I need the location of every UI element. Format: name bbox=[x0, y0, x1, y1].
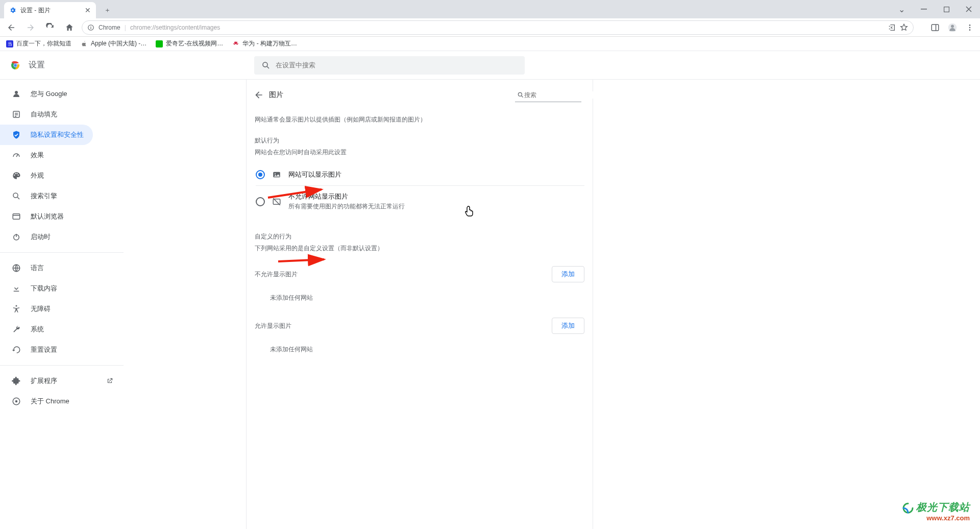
side-panel-icon[interactable] bbox=[929, 21, 941, 34]
reload-button[interactable] bbox=[43, 20, 57, 35]
menu-icon[interactable] bbox=[964, 21, 976, 34]
svg-point-33 bbox=[518, 92, 522, 96]
svg-point-32 bbox=[15, 400, 18, 403]
block-list-empty: 未添加任何网站 bbox=[255, 288, 584, 311]
gear-icon bbox=[9, 7, 16, 14]
radio-unselected-icon[interactable] bbox=[256, 197, 265, 206]
sidebar-item-autofill[interactable]: 自动填充 bbox=[0, 104, 93, 125]
sidebar-item-about[interactable]: 关于 Chrome bbox=[0, 391, 93, 412]
svg-rect-25 bbox=[13, 214, 20, 220]
bookmark-item[interactable]: 华为 - 构建万物互… bbox=[232, 39, 297, 48]
apple-icon bbox=[81, 40, 88, 47]
power-icon bbox=[11, 232, 21, 242]
search-icon bbox=[517, 91, 524, 99]
block-list-label: 不允许显示图片 bbox=[255, 270, 298, 279]
open-external-icon bbox=[106, 377, 113, 384]
palette-icon bbox=[11, 171, 21, 180]
custom-behavior-sub: 下列网站采用的是自定义设置（而非默认设置） bbox=[255, 244, 584, 253]
settings-title: 设置 bbox=[29, 60, 45, 70]
settings-content: 图片 网站通常会显示图片以提供插图（例如网店或新闻报道的图片） 默认行为 网站会… bbox=[246, 80, 593, 529]
option-allow-images[interactable]: 网站可以显示图片 bbox=[256, 164, 584, 186]
new-tab-button[interactable]: ＋ bbox=[100, 3, 114, 17]
restore-icon bbox=[11, 345, 21, 354]
svg-line-22 bbox=[16, 155, 18, 157]
download-icon bbox=[11, 284, 21, 293]
svg-point-23 bbox=[13, 193, 18, 198]
sidebar-item-system[interactable]: 系统 bbox=[0, 319, 93, 340]
svg-line-16 bbox=[267, 66, 269, 68]
allow-list-empty: 未添加任何网站 bbox=[255, 340, 584, 363]
settings-search-input[interactable] bbox=[276, 61, 518, 69]
share-icon[interactable] bbox=[888, 23, 896, 32]
globe-icon bbox=[11, 263, 21, 273]
svg-point-10 bbox=[969, 27, 971, 28]
browser-tab[interactable]: 设置 - 图片 ✕ bbox=[4, 2, 96, 18]
sidebar-item-language[interactable]: 语言 bbox=[0, 258, 93, 278]
settings-sidebar: 您与 Google 自动填充 隐私设置和安全性 效果 外观 搜索引擎 默认浏览器… bbox=[0, 80, 128, 529]
svg-rect-5 bbox=[932, 25, 939, 31]
sidebar-item-privacy[interactable]: 隐私设置和安全性 bbox=[0, 125, 93, 145]
bookmark-item[interactable]: 当百度一下，你就知道 bbox=[6, 39, 71, 48]
tabs-dropdown-icon[interactable]: ⌄ bbox=[890, 0, 913, 18]
sidebar-item-extensions[interactable]: 扩展程序 bbox=[0, 371, 93, 391]
bookmark-item[interactable]: 爱奇艺-在线视频网… bbox=[156, 39, 223, 48]
sidebar-item-performance[interactable]: 效果 bbox=[0, 145, 93, 165]
close-tab-icon[interactable]: ✕ bbox=[85, 6, 91, 14]
sidebar-item-startup[interactable]: 启动时 bbox=[0, 227, 93, 247]
add-block-site-button[interactable]: 添加 bbox=[552, 266, 584, 282]
image-icon bbox=[272, 170, 281, 179]
svg-line-34 bbox=[522, 95, 523, 97]
browser-icon bbox=[11, 212, 21, 221]
svg-point-36 bbox=[275, 173, 276, 174]
sidebar-item-you-and-google[interactable]: 您与 Google bbox=[0, 84, 93, 104]
chrome-logo-icon bbox=[9, 59, 21, 71]
page-description: 网站通常会显示图片以提供插图（例如网店或新闻报道的图片） bbox=[255, 115, 584, 124]
svg-point-8 bbox=[951, 25, 954, 28]
svg-rect-1 bbox=[944, 7, 949, 12]
page-search-input[interactable] bbox=[524, 91, 601, 99]
svg-rect-4 bbox=[90, 26, 91, 26]
default-behavior-heading: 默认行为 bbox=[255, 136, 584, 145]
image-off-icon bbox=[272, 197, 281, 206]
url-text: chrome://settings/content/images bbox=[130, 24, 884, 31]
page-title: 图片 bbox=[269, 90, 283, 100]
profile-icon[interactable] bbox=[946, 21, 959, 34]
search-icon bbox=[11, 191, 21, 201]
url-scheme: Chrome bbox=[99, 24, 120, 31]
shield-icon bbox=[11, 130, 21, 139]
forward-button[interactable] bbox=[23, 20, 38, 35]
svg-point-9 bbox=[969, 25, 971, 26]
sidebar-item-reset[interactable]: 重置设置 bbox=[0, 340, 93, 360]
address-bar[interactable]: Chrome | chrome://settings/content/image… bbox=[82, 20, 914, 35]
sidebar-item-appearance[interactable]: 外观 bbox=[0, 165, 93, 186]
accessibility-icon bbox=[11, 304, 21, 314]
home-button[interactable] bbox=[62, 20, 77, 35]
bookmark-star-icon[interactable] bbox=[900, 23, 908, 32]
back-button[interactable] bbox=[4, 20, 18, 35]
radio-selected-icon[interactable] bbox=[256, 170, 265, 179]
watermark: 极光下载站 www.xz7.com bbox=[902, 500, 970, 522]
bookmarks-bar: 当百度一下，你就知道 Apple (中国大陆) -… 爱奇艺-在线视频网… 华为… bbox=[0, 37, 980, 51]
bookmark-item[interactable]: Apple (中国大陆) -… bbox=[81, 39, 146, 48]
option-block-images[interactable]: 不允许网站显示图片所有需要使用图片的功能都将无法正常运行 bbox=[256, 186, 584, 217]
default-behavior-sub: 网站会在您访问时自动采用此设置 bbox=[255, 148, 584, 157]
sidebar-item-accessibility[interactable]: 无障碍 bbox=[0, 299, 93, 319]
sidebar-item-search-engine[interactable]: 搜索引擎 bbox=[0, 186, 93, 206]
site-info-icon[interactable] bbox=[87, 24, 94, 31]
person-icon bbox=[11, 89, 21, 99]
sidebar-item-default-browser[interactable]: 默认浏览器 bbox=[0, 206, 93, 227]
add-allow-site-button[interactable]: 添加 bbox=[552, 318, 584, 334]
page-search[interactable] bbox=[515, 88, 581, 102]
svg-point-11 bbox=[969, 29, 971, 31]
extension-icon bbox=[11, 376, 21, 386]
maximize-button[interactable] bbox=[935, 0, 958, 18]
close-window-button[interactable] bbox=[958, 0, 980, 18]
sidebar-item-downloads[interactable]: 下载内容 bbox=[0, 278, 93, 299]
page-back-button[interactable] bbox=[251, 87, 267, 103]
minimize-button[interactable] bbox=[913, 0, 935, 18]
svg-line-24 bbox=[17, 197, 19, 199]
search-icon bbox=[261, 61, 271, 70]
chrome-icon bbox=[11, 397, 21, 406]
huawei-icon bbox=[232, 40, 239, 47]
settings-search[interactable] bbox=[254, 56, 525, 75]
